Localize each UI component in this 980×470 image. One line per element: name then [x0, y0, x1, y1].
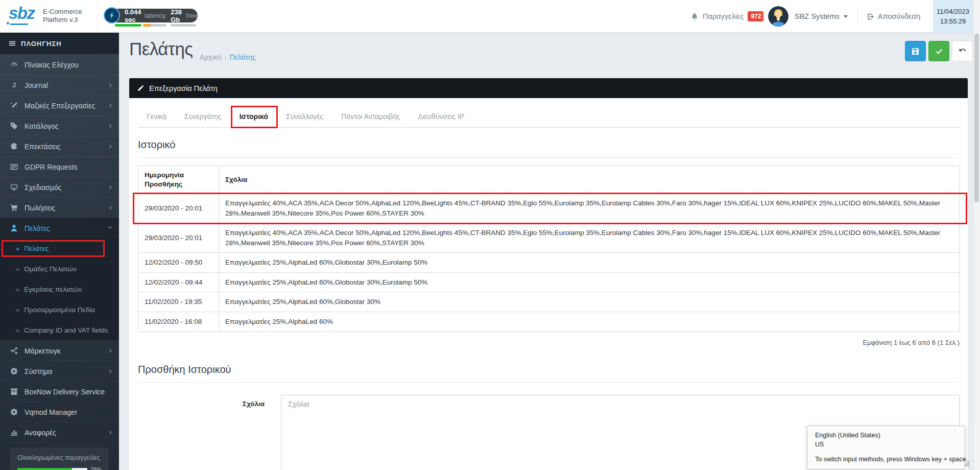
resize-grip-icon[interactable]: [963, 460, 970, 469]
cart-icon: [9, 204, 18, 212]
ime-language: English (United States): [815, 431, 957, 440]
sidebar-item-label: Πίνακας Ελέγχου: [25, 61, 79, 69]
sidebar-item-reports[interactable]: Αναφορές: [0, 422, 119, 442]
check-icon: [935, 47, 943, 55]
sidebar-item-catalog[interactable]: Κατάλογος: [0, 115, 119, 136]
submenu-item-customer-groups[interactable]: Ομάδες Πελατών: [0, 258, 119, 279]
breadcrumb-current[interactable]: Πελάτης: [230, 53, 256, 61]
sidebar-item-label: Μαζικές Επεξεργασίες: [25, 102, 95, 110]
sidebar-item-sales[interactable]: Πωλήσεις: [0, 197, 119, 218]
chevron-down-icon: [844, 15, 848, 18]
customers-submenu: Πελάτες Ομάδες Πελατών Εγκρίσεις πελατών…: [0, 238, 119, 340]
tab-reward-points[interactable]: Πόντοι Ανταμοιβής: [340, 107, 401, 127]
tag-icon: [9, 122, 18, 130]
sidebar-item-boxnow[interactable]: BoxNow Delivery Service: [0, 381, 119, 402]
back-button[interactable]: [952, 41, 973, 61]
row-comment: Επαγγελματίες 25%,AlphaLed 60%,Globostar…: [219, 253, 960, 273]
row-date: 12/02/2020 - 09:44: [138, 272, 219, 292]
panel-title: Επεξεργασία Πελάτη: [149, 84, 218, 92]
tab-affiliate[interactable]: Συνεργάτης: [183, 107, 223, 127]
ime-layout: US: [815, 440, 957, 449]
completed-orders-label: Ολοκληρωμένες παραγγελίες: [17, 454, 102, 461]
bell-icon: [690, 12, 699, 20]
sidebar-item-journal[interactable]: J Journal: [0, 75, 119, 95]
user-menu[interactable]: SBZ Systems: [795, 0, 848, 33]
comment-label: Σχόλια: [138, 395, 265, 470]
column-header-comment: Σχόλια: [219, 166, 960, 194]
journal-icon: J: [9, 81, 18, 89]
tab-bar: Γενικά Συνεργάτης Ιστορικό Συναλλαγές Πό…: [138, 98, 960, 128]
free-space-value: 238 Gb: [171, 8, 184, 24]
sidebar-item-label: BoxNow Delivery Service: [25, 388, 105, 396]
orders-notification[interactable]: Παραγγελίες 972: [690, 0, 764, 33]
progress-orange: [143, 24, 166, 27]
sidebar-item-label: Πελάτες: [25, 224, 50, 232]
sidebar-item-label: Κατάλογος: [25, 122, 59, 130]
sidebar-item-marketing[interactable]: Μάρκετινγκ: [0, 340, 119, 361]
submenu-item-customers[interactable]: Πελάτες: [0, 238, 119, 258]
sidebar: ΠΛΟΗΓΗΣΗ Πίνακας Ελέγχου J Journal Μαζικ…: [0, 33, 119, 470]
completed-orders-widget: Ολοκληρωμένες παραγγελίες 78%: [10, 448, 109, 470]
ime-tooltip: English (United States) US To switch inp…: [807, 426, 965, 469]
sidebar-item-extensions[interactable]: Επεκτάσεις: [0, 136, 119, 156]
avatar[interactable]: [768, 6, 788, 27]
tab-ip-addresses[interactable]: Διευθύνσεις IP: [417, 107, 466, 127]
sidebar-item-label: Αναφορές: [25, 429, 56, 437]
table-row: 11/02/2020 - 16:08 Επαγγελματίες 25%,Alp…: [138, 312, 960, 332]
brand-subtitle: E-Commerce Platform v.3: [43, 8, 82, 24]
main-content: Πελάτης Αρχική›Πελάτης Επεξεργασία Πελάτ…: [119, 33, 973, 470]
datetime-display: 11/04/2023 13:55:29: [933, 0, 973, 33]
submenu-item-company-vat[interactable]: Company ID and VAT fields: [0, 320, 119, 340]
logout-icon: [867, 13, 874, 20]
submenu-item-customer-approvals[interactable]: Εγκρίσεις πελατών: [0, 279, 119, 299]
free-space-label: free: [186, 12, 198, 19]
gauge-icon: [9, 61, 18, 68]
logout-label: Αποσύνδεση: [878, 12, 920, 20]
tab-history[interactable]: Ιστορικό: [238, 107, 269, 127]
sidebar-item-gdpr[interactable]: GDPR Requests: [0, 156, 119, 177]
breadcrumb-home[interactable]: Αρχική: [200, 53, 222, 61]
top-bar: sbz E-Commerce Platform v.3 0.044 sec la…: [0, 0, 980, 33]
latency-progress-bars: [115, 24, 197, 27]
sidebar-item-system[interactable]: Σύστημα: [0, 361, 119, 381]
sidebar-item-vqmod[interactable]: Vqmod Manager: [0, 402, 119, 422]
breadcrumb-separator: ›: [225, 54, 227, 61]
row-comment: Επαγγελματίες 25%,AlphaLed 60%,Globostar…: [219, 272, 960, 292]
sidebar-item-label: Μάρκετινγκ: [25, 347, 61, 355]
box-icon: [9, 388, 18, 395]
ime-hint: To switch input methods, press Windows k…: [815, 455, 957, 464]
sidebar-item-label: Journal: [25, 81, 48, 89]
floppy-icon: [911, 47, 920, 56]
divider: [857, 8, 858, 25]
page-scrollbar[interactable]: [973, 0, 980, 470]
row-comment: Επαγγελματίες 40%,ACA 35%,ACA Decor 50%,…: [219, 223, 960, 253]
scrollbar-thumb[interactable]: [974, 34, 979, 202]
sidebar-item-customers[interactable]: Πελάτες: [0, 218, 119, 238]
logo[interactable]: sbz E-Commerce Platform v.3: [0, 0, 98, 33]
logout-button[interactable]: Αποσύνδεση: [867, 0, 920, 33]
latency-label: latency: [145, 12, 165, 19]
column-header-date: Ημερομηνία Προσθήκης: [138, 166, 219, 194]
submenu-item-custom-fields[interactable]: Προσαρμοσμένα Πεδία: [0, 299, 119, 320]
row-date: 29/03/2020 - 20:01: [138, 223, 219, 253]
tab-general[interactable]: Γενικά: [146, 107, 168, 127]
user-name: SBZ Systems: [795, 12, 840, 20]
sidebar-item-label: Σύστημα: [25, 367, 52, 375]
save-button[interactable]: [905, 41, 926, 61]
sidebar-item-bulk-edit[interactable]: Μαζικές Επεξεργασίες: [0, 95, 119, 115]
brand-dot: [7, 22, 9, 25]
brand-underline: [10, 24, 28, 25]
orders-label: Παραγγελίες: [703, 12, 744, 20]
sidebar-item-dashboard[interactable]: Πίνακας Ελέγχου: [0, 54, 119, 75]
completed-orders-bar: [17, 468, 87, 470]
row-date: 11/02/2020 - 16:08: [138, 312, 219, 332]
bar-chart-icon: [9, 429, 18, 436]
pencil-icon: [137, 85, 144, 91]
sidebar-item-label: Πωλήσεις: [25, 204, 55, 212]
tab-transactions[interactable]: Συναλλαγές: [285, 107, 324, 127]
table-row: 29/03/2020 - 20:01 Επαγγελματίες 40%,ACA…: [138, 223, 960, 253]
pagination-info: Εμφάνιση 1 έως 6 από 6 (1 Σελ.): [138, 339, 960, 346]
page-header: Πελάτης Αρχική›Πελάτης: [119, 33, 973, 78]
sidebar-item-design[interactable]: Σχεδιασμός: [0, 177, 119, 197]
confirm-button[interactable]: [928, 41, 949, 61]
